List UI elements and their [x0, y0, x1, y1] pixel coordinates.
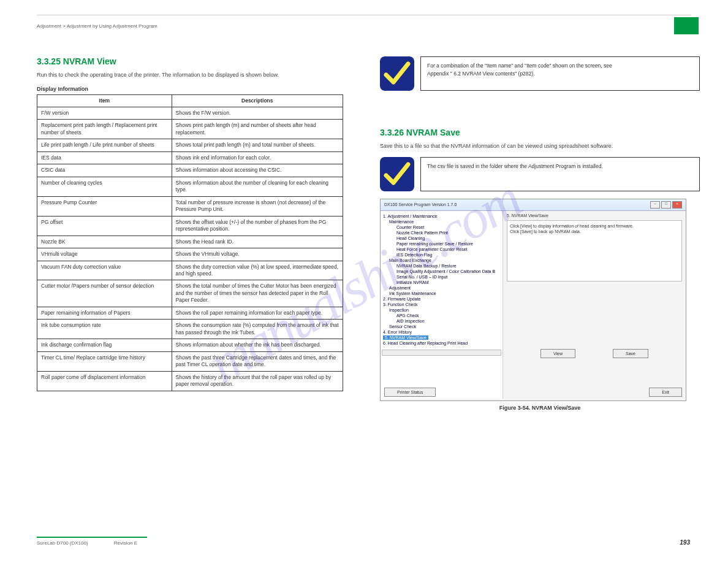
check-note-1: For a combination of the "Item name" and…: [380, 56, 700, 91]
tree-node[interactable]: Heat Force parameter Counter Reset: [382, 247, 501, 252]
table-row: CSIC dataShows information about accessi…: [37, 164, 343, 177]
view-button[interactable]: View: [540, 349, 575, 358]
table-row: Number of cleaning cyclesShows informati…: [37, 177, 343, 196]
check-text: For a combination of the "Item name" and…: [420, 56, 700, 91]
table-row: Roll paper come off displacement informa…: [37, 371, 343, 391]
tree-node[interactable]: NVRAM Data Backup / Restore: [382, 263, 501, 269]
section-title-save: 3.3.26 NVRAM Save: [380, 128, 700, 137]
footer-rule: [37, 537, 147, 538]
tree-node[interactable]: 4. Error History: [382, 329, 501, 335]
figure-caption: Figure 3-54. NVRAM View/Save: [380, 405, 700, 411]
tree-node[interactable]: Paper remaining counter Save / Restore: [382, 241, 501, 247]
checkmark-icon: [380, 157, 414, 191]
right-column: For a combination of the "Item name" and…: [380, 56, 700, 411]
printer-status-button[interactable]: Printer Status: [384, 388, 436, 397]
table-row: Life print path length / Life print numb…: [37, 139, 343, 151]
intro-text: Run this to check the operating trace of…: [37, 71, 343, 80]
tree-node[interactable]: 3. Function Check: [382, 302, 501, 307]
scrollbar[interactable]: [382, 350, 501, 356]
check-text: The csv file is saved in the folder wher…: [420, 157, 700, 191]
tree-node[interactable]: IES Detection Flag: [382, 252, 501, 258]
table-row: Timer CL time/ Replace cartridge time hi…: [37, 351, 343, 371]
table-row: Ink discharge confirmation flagShows inf…: [37, 339, 343, 351]
nvram-table: ItemDescriptions F/W versionShows the F/…: [37, 94, 343, 391]
section-title: 3.3.25 NVRAM View: [37, 56, 343, 66]
minimize-icon[interactable]: –: [650, 201, 660, 209]
tree-node[interactable]: Ink System Maintenance: [382, 291, 501, 296]
page-tab: [674, 17, 699, 34]
table-row: Cutter motor /Papers number of sensor de…: [37, 280, 343, 307]
tree-node[interactable]: Sensor Check: [382, 324, 501, 329]
tree-node[interactable]: Maintenance: [382, 219, 501, 224]
panel-title: 5. NVRAM View/Save: [503, 211, 686, 220]
footer-model: SureLab D700 (DX100): [37, 540, 88, 546]
window-titlebar: DX100 Service Program Version 1.7.0 – □ …: [381, 199, 686, 211]
tree-node[interactable]: 6. Head Cleaning after Replacing Print H…: [382, 340, 501, 346]
tree-node-selected[interactable]: 5. NVRAM View/Save: [382, 335, 501, 340]
tree-node[interactable]: 1. Adjustment / Maintenance: [382, 213, 501, 219]
tree-node[interactable]: APG Check: [382, 313, 501, 318]
table-row: VHmulti voltageShows the VHmulti voltage…: [37, 248, 343, 261]
header-rule: [37, 15, 691, 15]
tree-node[interactable]: Serial No. / USB – ID Input: [382, 274, 501, 280]
check-note-2: The csv file is saved in the folder wher…: [380, 157, 700, 191]
table-row: Pressure Pump CounterTotal number of pre…: [37, 196, 343, 216]
nav-tree[interactable]: 1. Adjustment / Maintenance Maintenance …: [381, 211, 503, 399]
tree-node[interactable]: Image Quality Adjustment / Color Calibra…: [382, 269, 501, 274]
message-box: Click [View] to display information of h…: [507, 220, 682, 282]
save-button[interactable]: Save: [613, 349, 648, 358]
tree-node[interactable]: Adjustment: [382, 285, 501, 291]
tree-node[interactable]: 2. Firmware Update: [382, 296, 501, 302]
program-screenshot: DX100 Service Program Version 1.7.0 – □ …: [380, 199, 686, 401]
table-row: Paper remaining information of PapersSho…: [37, 307, 343, 319]
table-row: IES dataShows ink end information for ea…: [37, 151, 343, 164]
save-body: Save this to a file so that the NVRAM in…: [380, 142, 700, 151]
table-row: Replacement print path length / Replacem…: [37, 120, 343, 139]
table-row: Nozzle BKShows the Head rank ID.: [37, 236, 343, 248]
tree-node[interactable]: Head Cleaning: [382, 236, 501, 241]
tree-node[interactable]: Main Board Exchange: [382, 258, 501, 263]
tree-node[interactable]: AID Inspection: [382, 318, 501, 324]
window-title: DX100 Service Program Version 1.7.0: [384, 202, 457, 207]
close-icon[interactable]: ×: [672, 201, 682, 209]
footer-rev: Revision E: [114, 540, 137, 546]
checkmark-icon: [380, 56, 414, 91]
th-desc: Descriptions: [172, 94, 343, 107]
table-row: Vacuum FAN duty correction valueShows th…: [37, 261, 343, 280]
th-item: Item: [37, 94, 172, 107]
tree-node[interactable]: Initialize NVRAM: [382, 280, 501, 285]
page-footer: SureLab D700 (DX100) Revision E: [37, 537, 691, 546]
breadcrumb: Adjustment > Adjustment by Using Adjustm…: [37, 23, 157, 29]
page-number: 193: [680, 539, 690, 546]
table-row: Ink tube consumption rateShows the consu…: [37, 320, 343, 339]
tree-node[interactable]: Inspection: [382, 307, 501, 313]
info-label: Display Information: [37, 86, 343, 92]
tree-node[interactable]: Counter Reset: [382, 224, 501, 230]
exit-button[interactable]: Exit: [649, 388, 682, 397]
maximize-icon[interactable]: □: [661, 201, 671, 209]
left-column: 3.3.25 NVRAM View Run this to check the …: [37, 56, 343, 391]
table-row: F/W versionShows the F/W version.: [37, 107, 343, 119]
tree-node[interactable]: Nozzle Check Pattern Print: [382, 230, 501, 236]
table-row: PG offsetShows the offset value (+/-) of…: [37, 216, 343, 236]
